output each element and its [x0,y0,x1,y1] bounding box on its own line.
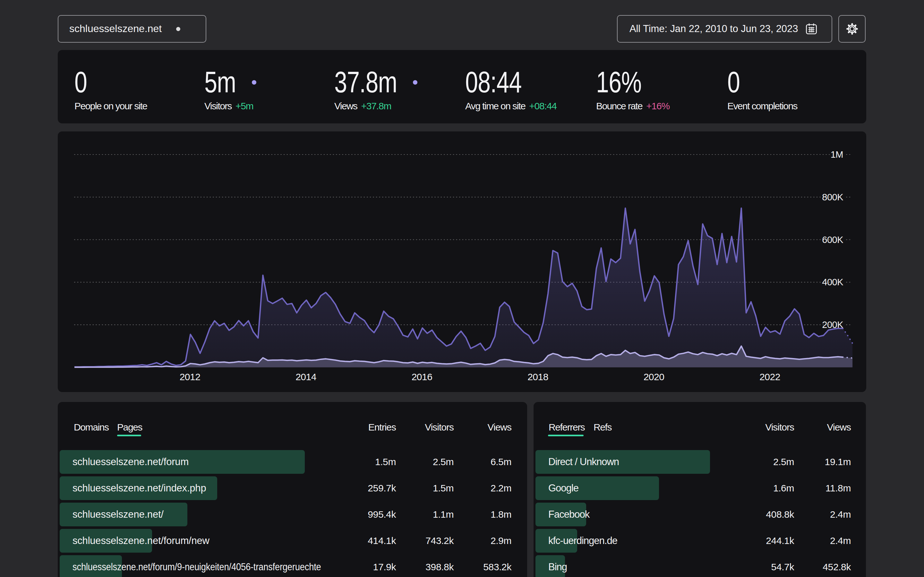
svg-text:800K: 800K [822,192,843,202]
svg-text:1M: 1M [830,149,843,160]
svg-text:2020: 2020 [644,372,664,382]
svg-text:2012: 2012 [180,372,200,382]
svg-text:2016: 2016 [412,372,433,382]
svg-text:2018: 2018 [527,372,548,382]
svg-text:2022: 2022 [759,372,780,382]
svg-text:400K: 400K [822,277,843,287]
svg-text:2014: 2014 [296,372,317,382]
svg-text:600K: 600K [822,235,843,245]
